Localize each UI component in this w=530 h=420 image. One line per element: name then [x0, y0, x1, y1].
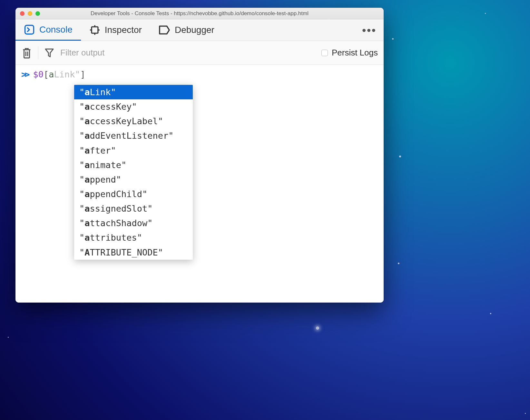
debugger-icon	[159, 25, 170, 35]
autocomplete-option[interactable]: "after"	[74, 143, 193, 158]
autocomplete-option[interactable]: "ATTRIBUTE_NODE"	[74, 245, 193, 260]
filter-input[interactable]	[60, 48, 321, 58]
autocomplete-option[interactable]: "animate"	[74, 158, 193, 172]
persist-logs-checkbox[interactable]	[321, 50, 328, 56]
tab-debugger-label: Debugger	[175, 25, 214, 35]
console-toolbar: Persist Logs	[15, 41, 384, 65]
toolbar-divider	[38, 46, 38, 59]
autocomplete-option[interactable]: "appendChild"	[74, 187, 193, 201]
inspector-icon	[89, 25, 100, 35]
console-output: >> $0[aLink"] "aLink""accessKey""accessK…	[15, 65, 384, 303]
prompt-icon: >>	[21, 69, 28, 79]
console-input-line[interactable]: >> $0[aLink"]	[15, 69, 384, 79]
tab-console[interactable]: Console	[15, 19, 81, 41]
window-titlebar: Developer Tools - Console Tests - https:…	[15, 8, 384, 19]
tabs-overflow-button[interactable]: •••	[362, 24, 377, 36]
autocomplete-option[interactable]: "attachShadow"	[74, 216, 193, 230]
window-minimize-button[interactable]	[28, 11, 32, 16]
svg-marker-9	[45, 49, 53, 57]
persist-logs-option[interactable]: Persist Logs	[321, 48, 378, 58]
traffic-lights	[20, 11, 40, 16]
panel-tabs: Console Inspector Debugger	[15, 19, 384, 41]
console-icon	[24, 24, 35, 35]
window-title: Developer Tools - Console Tests - https:…	[19, 10, 380, 17]
tab-debugger[interactable]: Debugger	[150, 19, 223, 41]
autocomplete-option[interactable]: "accessKey"	[74, 99, 193, 114]
window-zoom-button[interactable]	[35, 11, 40, 16]
tab-inspector-label: Inspector	[105, 25, 142, 35]
autocomplete-option[interactable]: "aLink"	[74, 85, 193, 99]
svg-marker-6	[160, 26, 169, 34]
persist-logs-label: Persist Logs	[332, 48, 378, 58]
autocomplete-option[interactable]: "addEventListener"	[74, 128, 193, 143]
autocomplete-option[interactable]: "attributes"	[74, 230, 193, 245]
autocomplete-option[interactable]: "append"	[74, 172, 193, 187]
devtools-window: Developer Tools - Console Tests - https:…	[15, 8, 384, 303]
console-input-text: $0[aLink"]	[33, 69, 86, 79]
autocomplete-option[interactable]: "assignedSlot"	[74, 201, 193, 216]
autocomplete-popup: "aLink""accessKey""accessKeyLabel""addEv…	[74, 85, 193, 260]
svg-rect-1	[92, 27, 98, 33]
filter-button[interactable]	[44, 47, 54, 59]
clear-console-button[interactable]	[21, 47, 32, 59]
tab-inspector[interactable]: Inspector	[81, 19, 150, 41]
window-close-button[interactable]	[20, 11, 25, 16]
autocomplete-option[interactable]: "accessKeyLabel"	[74, 114, 193, 128]
tab-console-label: Console	[39, 25, 73, 35]
